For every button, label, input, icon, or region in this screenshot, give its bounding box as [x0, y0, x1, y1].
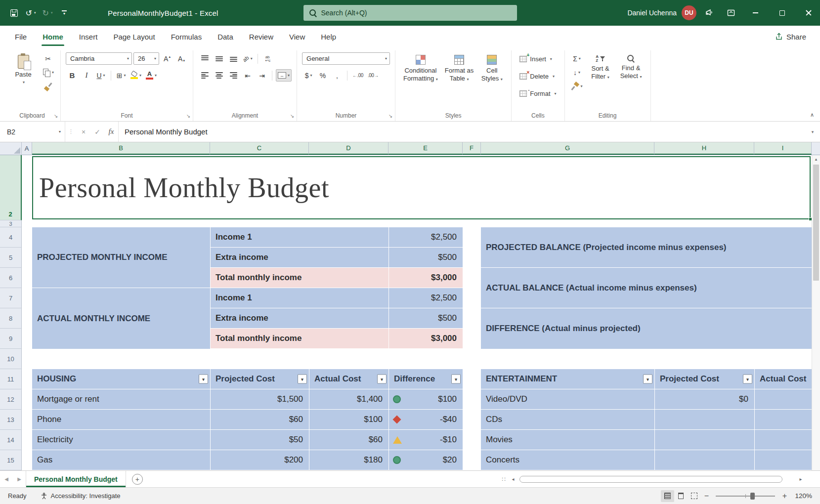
merge-center-button[interactable]: ↔▾ — [276, 69, 292, 82]
housing-header-cell[interactable]: Difference▾ — [388, 369, 463, 389]
font-size-select[interactable]: 26▾ — [133, 52, 159, 65]
sheet-canvas[interactable]: Personal Monthly Budget PROJECTED MONTHL… — [22, 155, 812, 470]
vertical-scrollbar-thumb[interactable] — [813, 165, 819, 281]
projected-cost-cell[interactable] — [654, 410, 754, 429]
filter-button[interactable]: ▾ — [643, 375, 652, 384]
col-header-c[interactable]: C — [210, 142, 309, 155]
entertainment-label-cell[interactable]: Video/DVD — [481, 389, 654, 409]
zoom-in-button[interactable]: + — [779, 492, 790, 501]
col-header-i[interactable]: I — [754, 142, 812, 155]
wrap-text-button[interactable]: ab↩c — [261, 52, 274, 65]
difference-cell[interactable]: -$40 — [388, 410, 463, 429]
underline-button[interactable]: U▾ — [94, 69, 107, 82]
tab-review[interactable]: Review — [241, 26, 281, 47]
align-bottom-button[interactable] — [227, 52, 240, 65]
row-header-9[interactable]: 9 — [0, 329, 22, 349]
row-header-10[interactable]: 10 — [0, 349, 22, 369]
income-label-cell[interactable]: Extra income — [210, 248, 388, 267]
row-header-12[interactable]: 12 — [0, 389, 22, 410]
housing-header-cell[interactable]: Actual Cost▾ — [309, 369, 388, 389]
tab-splitter-handle[interactable]: ∷ — [502, 476, 506, 483]
row-header-6[interactable]: 6 — [0, 268, 22, 288]
align-left-button[interactable] — [198, 69, 211, 82]
zoom-level[interactable]: 120% — [790, 492, 820, 500]
enter-check-icon[interactable]: ✓ — [90, 125, 104, 139]
page-break-view-button[interactable] — [688, 490, 701, 502]
cell-difference[interactable]: DIFFERENCE (Actual minus projected) — [481, 308, 812, 349]
housing-label-cell[interactable]: Phone — [32, 410, 210, 429]
row-header-4[interactable]: 4 — [0, 227, 22, 248]
align-right-button[interactable] — [227, 69, 240, 82]
close-button[interactable] — [797, 0, 820, 26]
projected-cost-cell[interactable]: $60 — [210, 410, 309, 429]
income-value-cell[interactable]: $500 — [388, 248, 463, 267]
row-header-7[interactable]: 7 — [0, 288, 22, 308]
housing-header-cell[interactable]: Projected Cost▾ — [210, 369, 309, 389]
row-header-5[interactable]: 5 — [0, 248, 22, 268]
undo-button[interactable]: ↺▾ — [23, 4, 39, 21]
search-box[interactable]: Search (Alt+Q) — [303, 5, 517, 21]
accessibility-status[interactable]: Accessibility: Investigate — [41, 492, 121, 500]
cell-b2-title[interactable]: Personal Monthly Budget — [32, 156, 811, 219]
col-header-h[interactable]: H — [654, 142, 754, 155]
zoom-out-button[interactable]: − — [701, 492, 712, 501]
cell-projected-balance[interactable]: PROJECTED BALANCE (Projected income minu… — [481, 227, 812, 268]
row-header-13[interactable]: 13 — [0, 410, 22, 430]
sheet-tab-active[interactable]: Personal Monthly Budget — [26, 471, 126, 487]
col-header-g[interactable]: G — [481, 142, 654, 155]
filter-button[interactable]: ▾ — [377, 375, 387, 384]
sort-filter-button[interactable]: AZ Sort &Filter ▾ — [586, 52, 615, 92]
projected-cost-cell[interactable] — [654, 430, 754, 450]
expand-formula-bar-icon[interactable]: ▾ — [805, 129, 820, 134]
save-button[interactable] — [6, 4, 22, 21]
delete-cells-button[interactable]: ×Delete▾ — [517, 70, 559, 83]
fill-handle[interactable] — [809, 217, 812, 221]
housing-label-cell[interactable]: Mortgage or rent — [32, 389, 210, 409]
filter-button[interactable]: ▾ — [451, 375, 461, 384]
italic-button[interactable]: I — [80, 69, 93, 82]
dialog-launcher-icon[interactable]: ↘ — [54, 113, 58, 119]
scroll-up-icon[interactable]: ▴ — [812, 155, 820, 164]
customize-qat-button[interactable]: ▾ — [56, 4, 72, 21]
col-header-d[interactable]: D — [309, 142, 388, 155]
format-cells-button[interactable]: ▪Format▾ — [517, 87, 559, 100]
housing-label-cell[interactable]: Gas — [32, 450, 210, 470]
hscroll-left-icon[interactable]: ◂ — [509, 471, 518, 487]
align-top-button[interactable] — [198, 52, 211, 65]
income-value-cell[interactable]: $500 — [388, 308, 463, 328]
accounting-format-button[interactable]: $▾ — [302, 69, 315, 82]
cell-styles-button[interactable]: CellStyles ▾ — [477, 52, 506, 86]
avatar[interactable]: DU — [682, 5, 696, 20]
housing-label-cell[interactable]: Electricity — [32, 430, 210, 450]
income-value-cell[interactable]: $3,000 — [388, 329, 463, 348]
format-painter-button[interactable] — [42, 80, 54, 92]
format-as-table-button[interactable]: Format asTable ▾ — [442, 52, 477, 86]
add-sheet-button[interactable]: + — [132, 474, 143, 485]
borders-button[interactable]: ⊞▾ — [115, 69, 128, 82]
collapse-ribbon-icon[interactable]: ∧ — [810, 112, 814, 118]
select-all-corner[interactable] — [0, 142, 22, 155]
projected-cost-cell[interactable]: $200 — [210, 450, 309, 470]
megaphone-icon[interactable] — [700, 4, 718, 22]
row-header-8[interactable]: 8 — [0, 308, 22, 329]
align-center-button[interactable] — [213, 69, 225, 82]
decrease-decimal-button[interactable]: .00→ — [366, 69, 380, 82]
font-color-button[interactable]: A▾ — [144, 69, 158, 82]
col-header-e[interactable]: E — [388, 142, 463, 155]
tab-file[interactable]: File — [7, 26, 35, 47]
orientation-button[interactable]: ab▾ — [241, 52, 254, 65]
dialog-launcher-icon[interactable]: ↘ — [290, 113, 294, 119]
sheet-nav-left-icon[interactable]: ◀ — [0, 471, 13, 487]
maximize-button[interactable] — [771, 0, 793, 26]
entertainment-header-cell[interactable]: ENTERTAINMENT▾ — [481, 369, 654, 389]
difference-cell[interactable]: $20 — [388, 450, 463, 470]
income-label-cell[interactable]: Total monthly income — [210, 329, 388, 348]
income-value-cell[interactable]: $3,000 — [388, 268, 463, 288]
tab-view[interactable]: View — [281, 26, 313, 47]
row-header-15[interactable]: 15 — [0, 450, 22, 470]
actual-cost-cell[interactable]: $100 — [309, 410, 388, 429]
align-middle-button[interactable] — [213, 52, 225, 65]
copy-button[interactable]: ▾ — [42, 66, 55, 79]
conditional-formatting-button[interactable]: ConditionalFormatting ▾ — [400, 52, 441, 86]
actual-cost-cell[interactable]: $180 — [309, 450, 388, 470]
